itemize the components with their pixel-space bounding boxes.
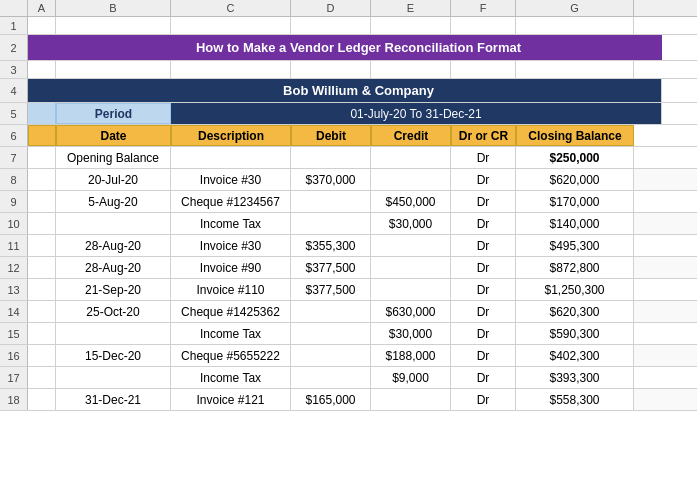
cell-13a <box>28 279 56 300</box>
cell-9-credit: $450,000 <box>371 191 451 212</box>
cell-10-dr-cr: Dr <box>451 213 516 234</box>
cell-7-credit <box>371 147 451 168</box>
row-10: 10Income Tax$30,000Dr$140,000 <box>0 213 697 235</box>
cell-1g <box>516 17 634 34</box>
cell-16-date: 15-Dec-20 <box>56 345 171 366</box>
cell-1e <box>371 17 451 34</box>
cell-17-dr-cr: Dr <box>451 367 516 388</box>
header-credit: Credit <box>371 125 451 146</box>
cell-1b <box>56 17 171 34</box>
cell-8-description: Invoice #30 <box>171 169 291 190</box>
cell-14-closing-balance: $620,300 <box>516 301 634 322</box>
row-12: 1228-Aug-20Invoice #90$377,500Dr$872,800 <box>0 257 697 279</box>
cell-16-debit <box>291 345 371 366</box>
row-num-4: 4 <box>0 79 28 102</box>
cell-3d <box>291 61 371 78</box>
table-body: 1 2 How to Make a Vendor Ledger Reconcil… <box>0 17 697 502</box>
cell-3g <box>516 61 634 78</box>
cell-12-description: Invoice #90 <box>171 257 291 278</box>
row-num-1: 1 <box>0 17 28 34</box>
cell-17-credit: $9,000 <box>371 367 451 388</box>
row-18: 1831-Dec-21Invoice #121$165,000Dr$558,30… <box>0 389 697 411</box>
cell-12-credit <box>371 257 451 278</box>
row-num-9: 9 <box>0 191 28 212</box>
row-num-2: 2 <box>0 35 28 60</box>
cell-15-date <box>56 323 171 344</box>
row-7: 7Opening BalanceDr$250,000 <box>0 147 697 169</box>
cell-1d <box>291 17 371 34</box>
period-label: Period <box>56 103 171 124</box>
data-rows: 7Opening BalanceDr$250,000820-Jul-20Invo… <box>0 147 697 411</box>
col-d-header: D <box>291 0 371 16</box>
cell-11-credit <box>371 235 451 256</box>
row-num-13: 13 <box>0 279 28 300</box>
col-g-header: G <box>516 0 634 16</box>
cell-7-date: Opening Balance <box>56 147 171 168</box>
cell-16-description: Cheque #5655222 <box>171 345 291 366</box>
cell-4a <box>28 79 56 102</box>
cell-17-description: Income Tax <box>171 367 291 388</box>
col-a-header: A <box>28 0 56 16</box>
row-9: 95-Aug-20Cheque #1234567$450,000Dr$170,0… <box>0 191 697 213</box>
cell-9-description: Cheque #1234567 <box>171 191 291 212</box>
cell-15-description: Income Tax <box>171 323 291 344</box>
cell-1f <box>451 17 516 34</box>
header-description: Description <box>171 125 291 146</box>
cell-16a <box>28 345 56 366</box>
cell-14-credit: $630,000 <box>371 301 451 322</box>
row-13: 1321-Sep-20Invoice #110$377,500Dr$1,250,… <box>0 279 697 301</box>
cell-3b <box>56 61 171 78</box>
row-14: 1425-Oct-20Cheque #1425362$630,000Dr$620… <box>0 301 697 323</box>
cell-11-closing-balance: $495,300 <box>516 235 634 256</box>
cell-15-closing-balance: $590,300 <box>516 323 634 344</box>
row-num-12: 12 <box>0 257 28 278</box>
cell-12-date: 28-Aug-20 <box>56 257 171 278</box>
cell-16-closing-balance: $402,300 <box>516 345 634 366</box>
cell-14a <box>28 301 56 322</box>
cell-12a <box>28 257 56 278</box>
cell-13-debit: $377,500 <box>291 279 371 300</box>
col-c-header: C <box>171 0 291 16</box>
row-num-8: 8 <box>0 169 28 190</box>
cell-7a <box>28 147 56 168</box>
cell-17a <box>28 367 56 388</box>
row-3: 3 <box>0 61 697 79</box>
cell-18a <box>28 389 56 410</box>
row-5-period: 5 Period 01-July-20 To 31-Dec-21 <box>0 103 697 125</box>
row-num-15: 15 <box>0 323 28 344</box>
cell-9-closing-balance: $170,000 <box>516 191 634 212</box>
header-closing-balance: Closing Balance <box>516 125 634 146</box>
cell-9a <box>28 191 56 212</box>
row-17: 17Income Tax$9,000Dr$393,300 <box>0 367 697 389</box>
cell-13-date: 21-Sep-20 <box>56 279 171 300</box>
cell-1a <box>28 17 56 34</box>
cell-11a <box>28 235 56 256</box>
cell-10-closing-balance: $140,000 <box>516 213 634 234</box>
row-num-3: 3 <box>0 61 28 78</box>
cell-18-dr-cr: Dr <box>451 389 516 410</box>
cell-8-credit <box>371 169 451 190</box>
row-num-17: 17 <box>0 367 28 388</box>
cell-9-debit <box>291 191 371 212</box>
row-num-10: 10 <box>0 213 28 234</box>
row-num-6: 6 <box>0 125 28 146</box>
spreadsheet: A B C D E F G 1 2 How to Make a Vendor L… <box>0 0 697 502</box>
cell-9-dr-cr: Dr <box>451 191 516 212</box>
cell-18-credit <box>371 389 451 410</box>
cell-10-description: Income Tax <box>171 213 291 234</box>
row-15: 15Income Tax$30,000Dr$590,300 <box>0 323 697 345</box>
spreadsheet-title: How to Make a Vendor Ledger Reconciliati… <box>56 35 662 60</box>
row-num-5: 5 <box>0 103 28 124</box>
cell-15-dr-cr: Dr <box>451 323 516 344</box>
cell-14-description: Cheque #1425362 <box>171 301 291 322</box>
cell-8-dr-cr: Dr <box>451 169 516 190</box>
cell-7-dr-cr: Dr <box>451 147 516 168</box>
row-num-16: 16 <box>0 345 28 366</box>
header-debit: Debit <box>291 125 371 146</box>
cell-15a <box>28 323 56 344</box>
cell-11-description: Invoice #30 <box>171 235 291 256</box>
cell-16-credit: $188,000 <box>371 345 451 366</box>
cell-18-closing-balance: $558,300 <box>516 389 634 410</box>
cell-10a <box>28 213 56 234</box>
cell-11-dr-cr: Dr <box>451 235 516 256</box>
